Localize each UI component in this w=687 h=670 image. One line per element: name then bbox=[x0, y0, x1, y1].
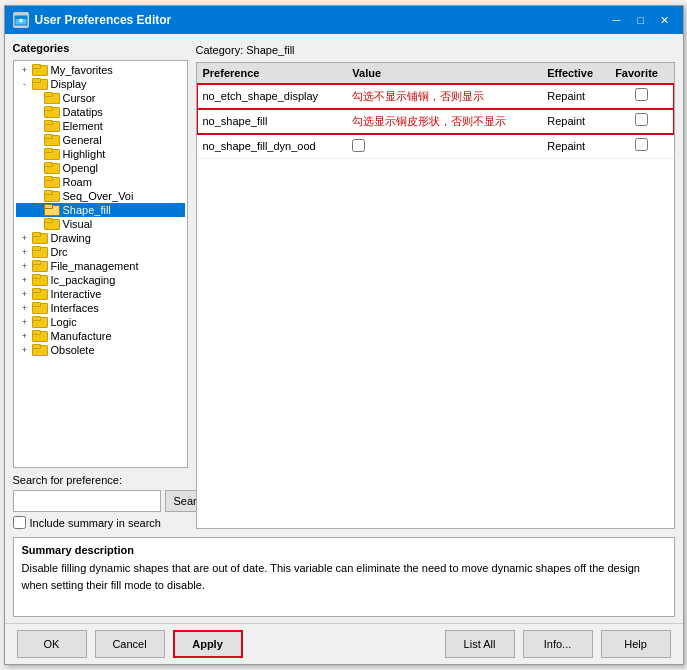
table-row[interactable]: no_shape_fill_dyn_oodRepaint bbox=[197, 134, 674, 159]
preference-cell: no_shape_fill_dyn_ood bbox=[197, 134, 347, 159]
left-panel: Categories + My_favorites - Display bbox=[13, 42, 188, 529]
ok-button[interactable]: OK bbox=[17, 630, 87, 658]
tree-label: File_management bbox=[51, 260, 139, 272]
tree-item-obsolete[interactable]: + Obsolete bbox=[16, 343, 185, 357]
tree-label: Roam bbox=[63, 176, 92, 188]
expander-icon: + bbox=[18, 65, 32, 75]
tree-item-logic[interactable]: + Logic bbox=[16, 315, 185, 329]
tree-label: Opengl bbox=[63, 162, 98, 174]
preferences-table-container[interactable]: Preference Value Effective Favorite no_e… bbox=[196, 62, 675, 529]
tree-item-cursor[interactable]: Cursor bbox=[16, 91, 185, 105]
tree-item-manufacture[interactable]: + Manufacture bbox=[16, 329, 185, 343]
expander-icon: + bbox=[18, 345, 32, 355]
tree-label: Display bbox=[51, 78, 87, 90]
tree-label: Interactive bbox=[51, 288, 102, 300]
tree-item-ic-packaging[interactable]: + Ic_packaging bbox=[16, 273, 185, 287]
table-row[interactable]: no_etch_shape_display勾选不显示铺铜，否则显示Repaint bbox=[197, 84, 674, 109]
expander-icon: + bbox=[18, 261, 32, 271]
expander-icon: + bbox=[18, 275, 32, 285]
expander-icon: + bbox=[18, 233, 32, 243]
cancel-button[interactable]: Cancel bbox=[95, 630, 165, 658]
apply-button[interactable]: Apply bbox=[173, 630, 243, 658]
search-input[interactable] bbox=[13, 490, 161, 512]
help-button[interactable]: Help bbox=[601, 630, 671, 658]
list-all-button[interactable]: List All bbox=[445, 630, 515, 658]
tree-item-element[interactable]: Element bbox=[16, 119, 185, 133]
folder-icon bbox=[32, 288, 48, 300]
effective-cell: Repaint bbox=[541, 84, 609, 109]
folder-icon bbox=[32, 232, 48, 244]
favorite-cell[interactable] bbox=[609, 109, 673, 134]
value-checkbox[interactable] bbox=[352, 139, 365, 152]
folder-icon bbox=[32, 330, 48, 342]
preference-cell: no_etch_shape_display bbox=[197, 84, 347, 109]
table-row[interactable]: no_shape_fill勾选显示铜皮形状，否则不显示Repaint bbox=[197, 109, 674, 134]
search-for-label: Search for preference: bbox=[13, 474, 188, 486]
tree-item-drawing[interactable]: + Drawing bbox=[16, 231, 185, 245]
title-controls: ─ □ ✕ bbox=[607, 12, 675, 28]
favorite-checkbox[interactable] bbox=[635, 88, 648, 101]
folder-icon bbox=[32, 316, 48, 328]
window-title: User Preferences Editor bbox=[35, 13, 172, 27]
include-summary-label[interactable]: Include summary in search bbox=[30, 517, 161, 529]
tree-container[interactable]: + My_favorites - Display Cursor bbox=[13, 60, 188, 468]
tree-label: Interfaces bbox=[51, 302, 99, 314]
tree-label: Manufacture bbox=[51, 330, 112, 342]
tree-item-roam[interactable]: Roam bbox=[16, 175, 185, 189]
folder-icon bbox=[32, 78, 48, 90]
title-bar: User Preferences Editor ─ □ ✕ bbox=[5, 6, 683, 34]
summary-label: Summary description bbox=[22, 544, 666, 556]
maximize-button[interactable]: □ bbox=[631, 12, 651, 28]
tree-item-shape-fill[interactable]: Shape_fill bbox=[16, 203, 185, 217]
effective-cell: Repaint bbox=[541, 109, 609, 134]
favorite-checkbox[interactable] bbox=[635, 113, 648, 126]
tree-item-visual[interactable]: Visual bbox=[16, 217, 185, 231]
col-value: Value bbox=[346, 63, 541, 84]
search-row: Search bbox=[13, 490, 188, 512]
title-bar-left: User Preferences Editor bbox=[13, 12, 172, 28]
folder-icon bbox=[32, 260, 48, 272]
folder-icon bbox=[32, 344, 48, 356]
app-icon bbox=[13, 12, 29, 28]
include-summary-checkbox[interactable] bbox=[13, 516, 26, 529]
tree-item-highlight[interactable]: Highlight bbox=[16, 147, 185, 161]
svg-point-2 bbox=[19, 19, 23, 23]
favorite-cell[interactable] bbox=[609, 84, 673, 109]
close-button[interactable]: ✕ bbox=[655, 12, 675, 28]
folder-icon bbox=[44, 218, 60, 230]
table-header-row: Preference Value Effective Favorite bbox=[197, 63, 674, 84]
info-button[interactable]: Info... bbox=[523, 630, 593, 658]
right-panel: Category: Shape_fill Preference Value Ef… bbox=[196, 42, 675, 529]
tree-label: Ic_packaging bbox=[51, 274, 116, 286]
folder-icon bbox=[32, 274, 48, 286]
favorite-cell[interactable] bbox=[609, 134, 673, 159]
tree-item-interactive[interactable]: + Interactive bbox=[16, 287, 185, 301]
tree-item-opengl[interactable]: Opengl bbox=[16, 161, 185, 175]
tree-item-my-favorites[interactable]: + My_favorites bbox=[16, 63, 185, 77]
bottom-left-buttons: OK Cancel Apply bbox=[17, 630, 243, 658]
expander-icon: + bbox=[18, 317, 32, 327]
main-content: Categories + My_favorites - Display bbox=[5, 34, 683, 537]
folder-icon bbox=[44, 92, 60, 104]
annotation-text: 勾选不显示铺铜，否则显示 bbox=[352, 90, 484, 102]
folder-icon bbox=[32, 64, 48, 76]
favorite-checkbox[interactable] bbox=[635, 138, 648, 151]
tree-label: Shape_fill bbox=[63, 204, 111, 216]
minimize-button[interactable]: ─ bbox=[607, 12, 627, 28]
tree-item-file-management[interactable]: + File_management bbox=[16, 259, 185, 273]
tree-item-datatips[interactable]: Datatips bbox=[16, 105, 185, 119]
folder-icon bbox=[44, 120, 60, 132]
bottom-bar: OK Cancel Apply List All Info... Help bbox=[5, 623, 683, 664]
tree-item-display[interactable]: - Display bbox=[16, 77, 185, 91]
folder-icon bbox=[44, 176, 60, 188]
tree-item-seq-over-voi[interactable]: Seq_Over_Voi bbox=[16, 189, 185, 203]
tree-label: General bbox=[63, 134, 102, 146]
col-effective: Effective bbox=[541, 63, 609, 84]
col-favorite: Favorite bbox=[609, 63, 673, 84]
folder-icon bbox=[44, 148, 60, 160]
tree-item-general[interactable]: General bbox=[16, 133, 185, 147]
bottom-right-buttons: List All Info... Help bbox=[445, 630, 671, 658]
tree-item-drc[interactable]: + Drc bbox=[16, 245, 185, 259]
tree-item-interfaces[interactable]: + Interfaces bbox=[16, 301, 185, 315]
value-cell: 勾选显示铜皮形状，否则不显示 bbox=[346, 109, 541, 134]
